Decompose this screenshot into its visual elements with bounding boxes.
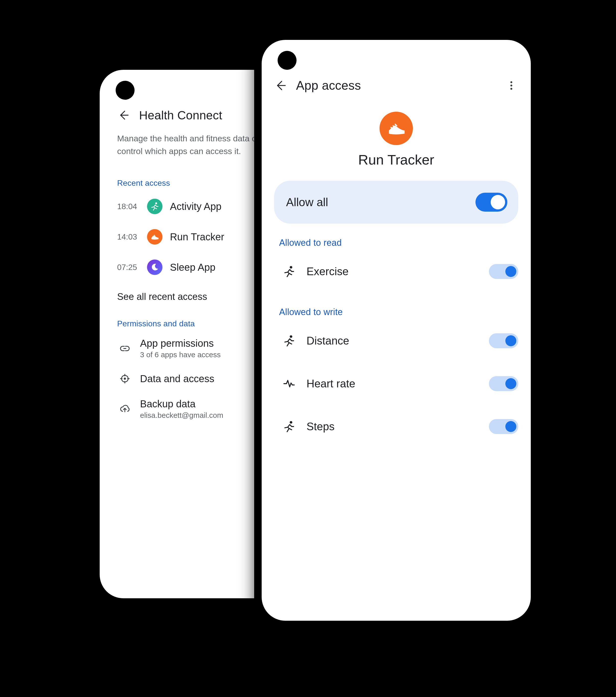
recent-access-time: 18:04 — [117, 202, 139, 211]
phone-front: App access Run Tracker Allow all Allowed… — [254, 32, 538, 628]
app-icon — [379, 112, 413, 145]
recent-access-name: Sleep App — [170, 262, 215, 273]
cloud-up-icon — [117, 401, 133, 417]
page-title: Health Connect — [139, 108, 222, 122]
app-name: Run Tracker — [358, 151, 434, 168]
section-allowed-write: Allowed to write — [274, 293, 518, 319]
allow-all-row[interactable]: Allow all — [274, 181, 518, 224]
permission-item[interactable]: Exercise — [274, 250, 518, 293]
moon-icon — [147, 259, 163, 275]
camera-cutout — [277, 51, 297, 70]
permission-name: Heart rate — [306, 377, 355, 390]
allow-all-label: Allow all — [286, 195, 328, 209]
permission-item[interactable]: Distance — [274, 319, 518, 362]
more-button[interactable] — [505, 78, 518, 92]
settings-item-sub: elisa.beckett@gmail.com — [140, 411, 223, 419]
shoe-icon — [147, 229, 163, 244]
page-title: App access — [296, 78, 361, 93]
target-icon — [117, 371, 133, 386]
permission-name: Distance — [306, 335, 349, 347]
recent-access-name: Activity App — [170, 201, 222, 212]
link-icon — [117, 341, 133, 356]
phone-earpiece — [193, 58, 258, 63]
back-button[interactable] — [274, 78, 288, 92]
screen-app-access: App access Run Tracker Allow all Allowed… — [262, 40, 531, 621]
appbar: App access — [274, 77, 518, 103]
running-icon — [279, 331, 299, 351]
settings-item-title: Data and access — [140, 373, 214, 384]
section-allowed-read: Allowed to read — [274, 224, 518, 250]
permission-item[interactable]: Heart rate — [274, 362, 518, 405]
permission-toggle[interactable] — [489, 264, 518, 279]
phone-earpiece — [364, 28, 429, 33]
app-hero: Run Tracker — [274, 103, 518, 181]
permission-toggle[interactable] — [489, 333, 518, 348]
camera-cutout — [116, 81, 135, 100]
running-icon — [279, 262, 299, 281]
recent-access-time: 14:03 — [117, 232, 139, 241]
permission-toggle[interactable] — [489, 376, 518, 391]
permission-name: Steps — [306, 420, 335, 433]
settings-item-sub: 3 of 6 apps have access — [140, 351, 221, 359]
back-button[interactable] — [117, 108, 131, 122]
running-icon — [279, 417, 299, 436]
permission-toggle[interactable] — [489, 419, 518, 434]
allow-all-toggle[interactable] — [476, 193, 507, 212]
recent-access-name: Run Tracker — [170, 231, 224, 242]
settings-item-title: Backup data — [140, 398, 223, 410]
heartbeat-icon — [279, 374, 299, 394]
settings-item-title: App permissions — [140, 338, 221, 349]
recent-access-time: 07:25 — [117, 263, 139, 272]
permission-item[interactable]: Steps — [274, 405, 518, 448]
running-icon — [147, 199, 163, 214]
permission-name: Exercise — [306, 265, 349, 278]
